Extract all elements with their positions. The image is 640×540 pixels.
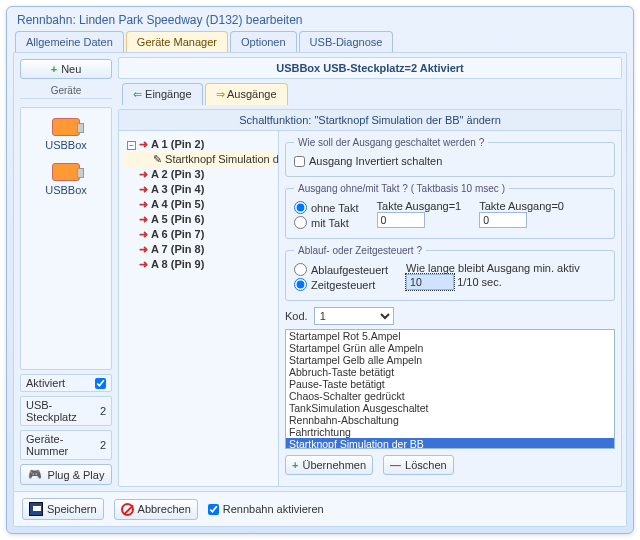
label-hold: Wie lange bleibt Ausgang min. aktiv (406, 262, 580, 274)
radio-time[interactable]: Zeitgesteuert (294, 277, 388, 292)
gamepad-icon: 🎮 (28, 468, 42, 481)
footer: Speichern Abbrechen Rennbahn aktivieren (14, 491, 626, 526)
list-item[interactable]: Startampel Rot 5.Ampel (286, 330, 614, 342)
window-title: Rennbahn: Linden Park Speedway (D132) be… (7, 7, 633, 31)
list-item[interactable]: Pause-Taste betätigt (286, 378, 614, 390)
activate-track-label[interactable]: Rennbahn aktivieren (208, 502, 324, 516)
list-item[interactable]: Startampel Grün alle Ampeln (286, 342, 614, 354)
list-item[interactable]: Startampel Gelb alle Ampeln (286, 354, 614, 366)
function-listbox[interactable]: Startampel Rot 5.Ampel Startampel Grün a… (285, 329, 615, 449)
list-item[interactable]: Fahrtrichtung (286, 426, 614, 438)
sidebar: +Neu Geräte USBBox USBBox Aktiviert USB-… (14, 53, 118, 491)
tab-general[interactable]: Allgemeine Daten (15, 31, 124, 52)
takte-1-input[interactable] (377, 212, 425, 228)
top-tabs: Allgemeine Daten Geräte Manager Optionen… (7, 31, 633, 52)
status-usb-slot: USB-Steckplatz2 (20, 396, 112, 426)
tree-label: A 2 (Pin 3) (151, 168, 204, 180)
status-activated[interactable]: Aktiviert (20, 374, 112, 392)
status-label: USB-Steckplatz (26, 399, 100, 423)
radio-flow[interactable]: Ablaufgesteuert (294, 262, 388, 277)
tree-label: A 6 (Pin 7) (151, 228, 204, 240)
device-item[interactable]: USBBox (25, 157, 107, 202)
invert-checkbox-label[interactable]: Ausgang Invertiert schalten (294, 154, 606, 168)
tab-outputs[interactable]: ⇒ Ausgänge (205, 83, 288, 105)
tree-label: A 8 (Pin 9) (151, 258, 204, 270)
group-switch-mode: Wie soll der Ausgang geschaltet werden ?… (285, 137, 615, 177)
arrow-icon: ➜ (139, 168, 148, 180)
plus-icon: + (292, 459, 298, 471)
radio-with-clock[interactable]: mit Takt (294, 215, 359, 230)
takte-0-input[interactable] (479, 212, 527, 228)
kod-select[interactable]: 1 (314, 307, 394, 325)
tree-node[interactable]: ➜A 2 (Pin 3) (123, 167, 274, 182)
usbbox-icon (52, 118, 80, 136)
label-text: mit Takt (311, 217, 349, 229)
label-t0: Takte Ausgang=0 (479, 200, 564, 212)
radio-no-clock-input[interactable] (294, 201, 307, 214)
save-button[interactable]: Speichern (22, 498, 104, 520)
status-label: Geräte-Nummer (26, 433, 100, 457)
tab-label: Eingänge (145, 88, 192, 100)
tree-node[interactable]: ➜A 8 (Pin 9) (123, 257, 274, 272)
pnp-label: Plug & Play (48, 469, 105, 481)
minus-icon: — (390, 459, 401, 471)
label-text: Ausgang Invertiert schalten (309, 155, 442, 167)
tree-node[interactable]: ➜A 3 (Pin 4) (123, 182, 274, 197)
invert-checkbox[interactable] (294, 156, 305, 167)
radio-flow-input[interactable] (294, 263, 307, 276)
tree-label: A 5 (Pin 6) (151, 213, 204, 225)
tab-usb-diagnose[interactable]: USB-Diagnose (299, 31, 394, 52)
tab-options[interactable]: Optionen (230, 31, 297, 52)
group-clock: Ausgang ohne/mit Takt ? ( Taktbasis 10 m… (285, 183, 615, 239)
devices-header: Geräte (20, 83, 112, 99)
main-area: USBBox USB-Steckplatz=2 Aktiviert ⇐ Eing… (118, 53, 626, 491)
cancel-button[interactable]: Abbrechen (114, 499, 198, 520)
list-item[interactable]: Abbruch-Taste betätigt (286, 366, 614, 378)
radio-no-clock[interactable]: ohne Takt (294, 200, 359, 215)
tab-device-manager[interactable]: Geräte Manager (126, 31, 228, 52)
activated-checkbox[interactable] (95, 378, 106, 389)
arrow-icon: ➜ (139, 138, 148, 150)
output-tree: −➜A 1 (Pin 2) ✎ Startknopf Simulation de… (119, 131, 279, 486)
label-text: ohne Takt (311, 202, 359, 214)
status-value: 2 (100, 439, 106, 451)
radio-with-clock-input[interactable] (294, 216, 307, 229)
tree-label: A 3 (Pin 4) (151, 183, 204, 195)
arrow-icon: ➜ (139, 198, 148, 210)
tree-node[interactable]: −➜A 1 (Pin 2) (123, 137, 274, 152)
status-label: Aktiviert (26, 377, 65, 389)
button-label: Übernehmen (302, 459, 366, 471)
tree-node[interactable]: ➜A 4 (Pin 5) (123, 197, 274, 212)
new-button[interactable]: +Neu (20, 59, 112, 79)
tree-node[interactable]: ➜A 7 (Pin 8) (123, 242, 274, 257)
activate-track-checkbox[interactable] (208, 504, 219, 515)
io-tabs: ⇐ Eingänge ⇒ Ausgänge (118, 83, 622, 105)
device-label: USBBox (45, 139, 87, 151)
panel-title: Schaltfunktion: "Startknopf Simulation d… (119, 110, 621, 131)
hold-time-input[interactable] (406, 274, 454, 290)
arrow-icon: ➜ (139, 228, 148, 240)
collapse-icon[interactable]: − (127, 141, 136, 150)
arrow-right-icon: ⇒ (216, 88, 225, 100)
plug-and-play-button[interactable]: 🎮Plug & Play (20, 464, 112, 485)
list-item[interactable]: TankSimulation Ausgeschaltet (286, 402, 614, 414)
list-item[interactable]: Startknopf Simulation der BB (286, 438, 614, 449)
tree-node-child[interactable]: ✎ Startknopf Simulation der BB (123, 152, 274, 167)
tree-label: A 4 (Pin 5) (151, 198, 204, 210)
tab-inputs[interactable]: ⇐ Eingänge (122, 83, 203, 105)
arrow-icon: ➜ (139, 243, 148, 255)
legend: Ablauf- oder Zeitgesteuert ? (294, 245, 426, 256)
button-label: Speichern (47, 503, 97, 515)
apply-button[interactable]: +Übernehmen (285, 455, 373, 475)
delete-button[interactable]: —Löschen (383, 455, 454, 475)
group-control-mode: Ablauf- oder Zeitgesteuert ? Ablaufgeste… (285, 245, 615, 301)
plus-icon: + (51, 63, 57, 75)
tab-label: Ausgänge (227, 88, 277, 100)
tree-node[interactable]: ➜A 6 (Pin 7) (123, 227, 274, 242)
list-item[interactable]: Chaos-Schalter gedrückt (286, 390, 614, 402)
list-item[interactable]: Rennbahn-Abschaltung (286, 414, 614, 426)
device-item[interactable]: USBBox (25, 112, 107, 157)
radio-time-input[interactable] (294, 278, 307, 291)
tree-label: Startknopf Simulation der BB (165, 153, 279, 165)
tree-node[interactable]: ➜A 5 (Pin 6) (123, 212, 274, 227)
